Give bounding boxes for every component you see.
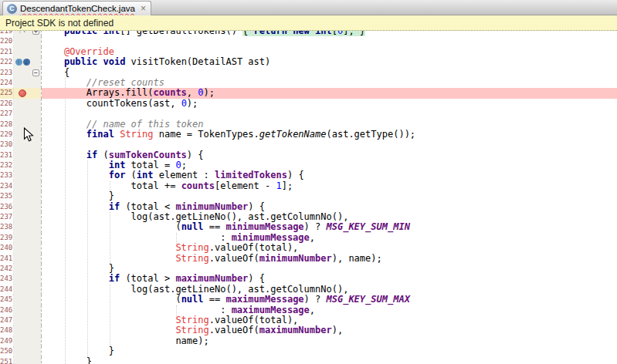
fold-gutter[interactable]: [31, 285, 41, 295]
gutter-cell[interactable]: 231: [0, 150, 42, 160]
fold-gutter[interactable]: [31, 295, 41, 305]
overridden-method-icon[interactable]: ↓: [23, 59, 30, 66]
line-number[interactable]: 236: [0, 202, 14, 212]
fold-gutter[interactable]: [31, 36, 41, 46]
gutter-cell[interactable]: 228: [0, 120, 42, 130]
fold-plus-icon[interactable]: +: [32, 31, 39, 35]
code-text[interactable]: [42, 109, 617, 119]
code-text[interactable]: }: [42, 264, 617, 274]
gutter-icons[interactable]: ↑↓: [14, 57, 31, 67]
code-text[interactable]: // name of this token: [42, 120, 617, 130]
fold-gutter[interactable]: [31, 264, 41, 274]
gutter-cell[interactable]: 236: [0, 202, 42, 212]
line-number[interactable]: 227: [0, 109, 14, 119]
line-number[interactable]: 233: [0, 170, 14, 180]
gutter-icons[interactable]: [14, 336, 31, 346]
gutter-icons[interactable]: [14, 181, 31, 191]
gutter-icons[interactable]: [14, 68, 31, 78]
code-text[interactable]: public void visitToken(DetailAST ast): [42, 57, 617, 67]
fold-gutter[interactable]: +: [31, 31, 41, 36]
code-text[interactable]: total += counts[element - 1];: [42, 181, 617, 191]
gutter-cell[interactable]: 245: [0, 295, 42, 305]
line-number[interactable]: 228: [0, 120, 14, 130]
gutter-cell[interactable]: 233: [0, 170, 42, 180]
editor-tab[interactable]: C DescendantTokenCheck.java ×: [2, 1, 151, 15]
fold-gutter[interactable]: [31, 212, 41, 222]
fold-gutter[interactable]: [31, 315, 41, 325]
code-text[interactable]: for (int element : limitedTokens) {: [42, 170, 617, 180]
line-number[interactable]: 251: [0, 357, 14, 364]
gutter-icons[interactable]: [14, 274, 31, 284]
line-number[interactable]: 243: [0, 274, 14, 284]
fold-gutter[interactable]: [31, 357, 41, 364]
gutter-cell[interactable]: 246: [0, 305, 42, 315]
fold-gutter[interactable]: [31, 88, 41, 98]
fold-gutter[interactable]: [31, 170, 41, 180]
fold-gutter[interactable]: [31, 336, 41, 346]
fold-gutter[interactable]: [31, 305, 41, 315]
gutter-icons[interactable]: [14, 88, 31, 98]
gutter-cell[interactable]: 230: [0, 140, 42, 150]
code-editor[interactable]: 219↑++ public int[] getDefaultTokens() {…: [0, 31, 617, 364]
fold-gutter[interactable]: [31, 181, 41, 191]
code-text[interactable]: : maximumMessage,: [42, 305, 617, 315]
gutter-cell[interactable]: 242: [0, 264, 42, 274]
code-text[interactable]: [42, 36, 617, 46]
gutter-cell[interactable]: 219↑++: [0, 31, 42, 36]
gutter-icons[interactable]: [14, 264, 31, 274]
code-text[interactable]: [42, 140, 617, 150]
gutter-cell[interactable]: 250: [0, 346, 42, 356]
line-number[interactable]: 225: [0, 88, 14, 98]
line-number[interactable]: 241: [0, 254, 14, 264]
fold-gutter[interactable]: [31, 346, 41, 356]
line-number[interactable]: 248: [0, 325, 14, 335]
gutter-icons[interactable]: [14, 202, 31, 212]
fold-gutter[interactable]: [31, 243, 41, 253]
line-number[interactable]: 234: [0, 181, 14, 191]
gutter-icons[interactable]: [14, 285, 31, 295]
fold-gutter[interactable]: [31, 160, 41, 170]
line-number[interactable]: 249: [0, 336, 14, 346]
gutter-icons[interactable]: [14, 243, 31, 253]
gutter-cell[interactable]: 224: [0, 78, 42, 88]
line-number[interactable]: 246: [0, 305, 14, 315]
gutter-icons[interactable]: [14, 222, 31, 232]
code-text[interactable]: {: [42, 68, 617, 78]
code-text[interactable]: }: [42, 346, 617, 356]
code-text[interactable]: log(ast.getLineNo(), ast.getColumnNo(),: [42, 285, 617, 295]
fold-gutter[interactable]: [31, 274, 41, 284]
gutter-cell[interactable]: 227: [0, 109, 42, 119]
fold-gutter[interactable]: [31, 78, 41, 88]
fold-gutter[interactable]: [31, 191, 41, 201]
gutter-icons[interactable]: ↑+: [14, 31, 31, 36]
line-number[interactable]: 230: [0, 140, 14, 150]
code-text[interactable]: //reset counts: [42, 78, 617, 88]
line-number[interactable]: 247: [0, 315, 14, 325]
line-number[interactable]: 220: [0, 36, 14, 46]
code-text[interactable]: log(ast.getLineNo(), ast.getColumnNo(),: [42, 212, 617, 222]
code-text[interactable]: String.valueOf(total),: [42, 315, 617, 325]
code-text[interactable]: (null == maximumMessage) ? MSG_KEY_SUM_M…: [42, 295, 617, 305]
gutter-icons[interactable]: [14, 233, 31, 243]
fold-gutter[interactable]: −: [31, 68, 41, 78]
code-text[interactable]: String.valueOf(total),: [42, 243, 617, 253]
fold-gutter[interactable]: [31, 109, 41, 119]
gutter-icons[interactable]: [14, 212, 31, 222]
gutter-icons[interactable]: [14, 254, 31, 264]
gutter-cell[interactable]: 237: [0, 212, 42, 222]
line-number[interactable]: 219: [0, 31, 14, 36]
gutter-cell[interactable]: 249: [0, 336, 42, 346]
fold-gutter[interactable]: [31, 57, 41, 67]
gutter-icons[interactable]: [14, 191, 31, 201]
gutter-icons[interactable]: [14, 170, 31, 180]
line-number[interactable]: 229: [0, 130, 14, 140]
gutter-cell[interactable]: 234: [0, 181, 42, 191]
gutter-icons[interactable]: [14, 150, 31, 160]
gutter-cell[interactable]: 222↑↓: [0, 57, 42, 67]
tab-close-icon[interactable]: ×: [141, 3, 146, 14]
code-text[interactable]: name);: [42, 336, 617, 346]
code-text[interactable]: public int[] getDefaultTokens() { return…: [42, 31, 617, 36]
gutter-cell[interactable]: 223−: [0, 68, 42, 78]
line-number[interactable]: 231: [0, 150, 14, 160]
gutter-cell[interactable]: 226: [0, 99, 42, 109]
